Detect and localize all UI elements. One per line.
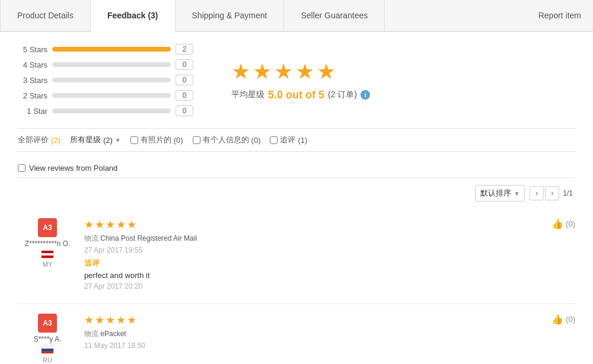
main-content: 5 Stars 2 4 Stars 0 3 Stars 0: [0, 32, 593, 364]
bar-track-3: [52, 78, 171, 82]
tab-shipping[interactable]: Shipping & Payment: [176, 0, 285, 31]
like-count-2: (0): [566, 315, 575, 324]
chevron-down-icon: ▼: [115, 137, 121, 143]
has-photos-count: (0): [174, 136, 183, 145]
r2-star-4: ★: [116, 314, 126, 327]
review-star-4: ★: [116, 218, 126, 231]
star-row-3: 3 Stars 0: [18, 75, 208, 85]
tab-bar: Product Details Feedback (3) Shipping & …: [0, 0, 593, 32]
has-photos-filter[interactable]: 有照片的 (0): [130, 135, 183, 145]
r2-star-1: ★: [84, 314, 94, 327]
reviewer-name-1: Z**********n O.: [25, 240, 71, 248]
r2-star-2: ★: [95, 314, 104, 327]
star-row-2: 2 Stars 0: [18, 90, 208, 101]
r2-star-5: ★: [127, 314, 136, 327]
all-reviews-label: 全部评价: [18, 135, 49, 145]
country-code-1: MY: [43, 261, 53, 268]
like-button-1[interactable]: 👍 (0): [551, 218, 575, 229]
all-reviews-filter[interactable]: 全部评价 (2): [18, 135, 60, 145]
reviewer-name-2: S****y A.: [34, 335, 62, 343]
big-star-5: ★: [317, 59, 336, 84]
sort-label: 默认排序: [480, 188, 511, 199]
bar-track-1: [52, 108, 171, 113]
review-star-5: ★: [127, 218, 136, 231]
info-icon[interactable]: i: [361, 90, 370, 100]
star-label-5: 5 Stars: [18, 45, 47, 54]
country-code-2: RU: [43, 356, 52, 363]
star-row-4: 4 Stars 0: [18, 59, 208, 70]
sort-dropdown[interactable]: 默认排序 ▼: [475, 185, 525, 202]
next-page-button[interactable]: ›: [545, 186, 559, 200]
thumbs-up-icon-2: 👍: [551, 314, 563, 325]
avatar-1: A3: [38, 218, 57, 237]
all-reviews-count: (2): [51, 136, 60, 145]
big-star-3: ★: [274, 59, 293, 84]
review-body-1: ★ ★ ★ ★ ★ 物流 China Post Registered Air M…: [84, 218, 575, 294]
big-stars: ★ ★ ★ ★ ★: [231, 59, 370, 84]
followup-label: 追评: [280, 135, 295, 145]
country-filter-checkbox[interactable]: [18, 164, 25, 172]
star-row-5: 5 Stars 2: [18, 44, 208, 55]
like-count-1: (0): [566, 219, 575, 228]
avatar-2: A3: [38, 314, 57, 333]
bar-track-5: [52, 47, 171, 52]
reviews-list: A3 Z**********n O. MY ★ ★ ★ ★ ★ 物流 China…: [18, 209, 575, 364]
logistics-2: 物流 ePacket: [84, 329, 575, 339]
sort-bar: 默认排序 ▼ ‹ › 1/1: [18, 185, 575, 202]
big-star-1: ★: [231, 59, 250, 84]
overall-rating: ★ ★ ★ ★ ★ 平均星级 5.0 out of 5 (2 订单) i: [231, 44, 370, 116]
logistics-value-2: ePacket: [100, 330, 126, 338]
logistics-label-2: 物流: [84, 330, 98, 338]
followup-checkbox[interactable]: [270, 136, 278, 144]
thumbs-up-icon-1: 👍: [551, 218, 563, 229]
average-value: 5.0 out of 5: [268, 89, 324, 101]
has-personal-info-filter[interactable]: 有个人信息的 (0): [193, 135, 261, 145]
prev-page-button[interactable]: ‹: [530, 186, 544, 200]
has-personal-info-checkbox[interactable]: [193, 136, 200, 144]
sort-chevron-icon: ▼: [514, 190, 519, 197]
flag-ru-icon: [41, 346, 54, 354]
tab-feedback[interactable]: Feedback (3): [91, 0, 176, 32]
followup-label-1: 追评: [84, 258, 575, 269]
reviewer-info-1: A3 Z**********n O. MY: [18, 218, 77, 294]
bar-fill-5: [52, 47, 171, 52]
all-stars-label: 所有星级: [70, 135, 101, 145]
tab-spacer: [385, 0, 526, 31]
bar-track-2: [52, 93, 171, 98]
star-label-1: 1 Star: [18, 107, 47, 116]
report-item-button[interactable]: Report item: [527, 0, 593, 31]
big-star-2: ★: [253, 59, 272, 84]
has-photos-checkbox[interactable]: [130, 136, 138, 144]
has-photos-label: 有照片的: [141, 135, 171, 145]
star-label-3: 3 Stars: [18, 76, 47, 85]
bar-count-4: 0: [176, 59, 193, 70]
star-row-1: 1 Star 0: [18, 106, 208, 116]
followup-filter[interactable]: 追评 (1): [270, 135, 307, 145]
review-date-2: 11 May 2017 18:50: [84, 341, 575, 350]
review-comment-1: perfect and worth it: [84, 271, 575, 280]
review-stars-1: ★ ★ ★ ★ ★: [84, 218, 575, 231]
tab-product-details[interactable]: Product Details: [0, 0, 91, 31]
star-label-2: 2 Stars: [18, 91, 47, 100]
review-star-1: ★: [84, 218, 94, 231]
like-button-2[interactable]: 👍 (0): [551, 314, 575, 325]
big-star-4: ★: [295, 59, 314, 84]
review-star-2: ★: [95, 218, 104, 231]
logistics-1: 物流 China Post Registered Air Mail: [84, 234, 575, 244]
stars-filter-dropdown[interactable]: 所有星级 (2) ▼: [70, 135, 121, 145]
bar-track-4: [52, 62, 171, 67]
page-info: 1/1: [560, 189, 575, 197]
country-filter-label: View reviews from Poland: [29, 164, 117, 173]
logistics-label-1: 物流: [84, 234, 98, 242]
bar-count-2: 0: [176, 90, 193, 101]
page-nav: ‹ › 1/1: [530, 186, 575, 200]
filter-bar: 全部评价 (2) 所有星级 (2) ▼ 有照片的 (0) 有个人信息的 (0) …: [18, 128, 575, 152]
review-item: A3 Z**********n O. MY ★ ★ ★ ★ ★ 物流 China…: [18, 209, 575, 304]
tab-seller-guarantees[interactable]: Seller Guarantees: [284, 0, 385, 31]
logistics-value-1: China Post Registered Air Mail: [100, 234, 197, 242]
has-personal-info-count: (0): [251, 136, 261, 145]
has-personal-info-label: 有个人信息的: [203, 135, 249, 145]
r2-star-3: ★: [106, 314, 115, 327]
followup-date-1: 27 Apr 2017 20:20: [84, 282, 575, 290]
bar-count-1: 0: [176, 106, 193, 116]
